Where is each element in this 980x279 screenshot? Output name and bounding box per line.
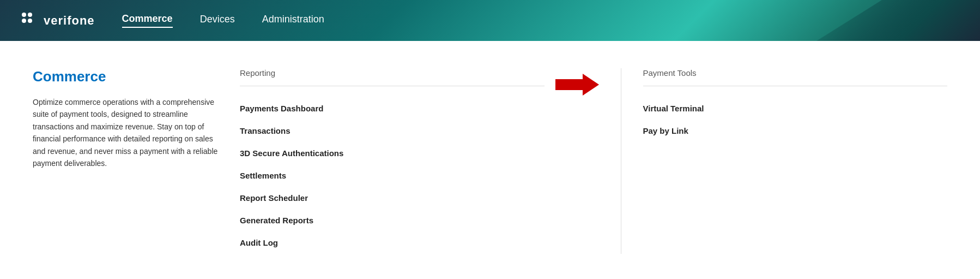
main-nav: Commerce Devices Administration — [122, 13, 324, 28]
menu-item-transactions[interactable]: Transactions — [240, 120, 545, 142]
menu-item-generated-reports[interactable]: Generated Reports — [240, 209, 545, 231]
menu-item-3d-secure[interactable]: 3D Secure Authentications — [240, 142, 545, 164]
logo-dot — [28, 13, 32, 17]
reporting-menu-items: Payments Dashboard Transactions 3D Secur… — [240, 97, 545, 254]
left-panel: Commerce Optimize commerce operations wi… — [33, 68, 240, 254]
payment-tools-menu-items: Virtual Terminal Pay by Link — [643, 97, 948, 142]
logo-dot — [28, 19, 32, 23]
payment-tools-section-label: Payment Tools — [643, 68, 948, 86]
menu-item-audit-log[interactable]: Audit Log — [240, 231, 545, 254]
logo-dot-empty — [34, 25, 38, 29]
nav-item-commerce[interactable]: Commerce — [122, 13, 173, 28]
logo-dot — [22, 13, 26, 17]
logo-text: verifone — [44, 14, 95, 28]
arrow-column — [555, 68, 621, 254]
menu-item-virtual-terminal[interactable]: Virtual Terminal — [643, 97, 948, 120]
red-arrow-icon — [555, 71, 599, 98]
logo-dot-empty — [34, 19, 38, 23]
menu-item-pay-by-link[interactable]: Pay by Link — [643, 120, 948, 142]
main-header: verifone Commerce Devices Administration — [0, 0, 980, 41]
svg-marker-0 — [555, 74, 599, 96]
logo-dot-empty — [28, 25, 32, 29]
reporting-section-label: Reporting — [240, 68, 545, 86]
logo-dot-empty — [34, 13, 38, 17]
logo-dot-empty — [22, 25, 26, 29]
nav-item-devices[interactable]: Devices — [200, 14, 235, 27]
logo-area: verifone — [22, 13, 95, 29]
logo-dots — [22, 13, 38, 29]
commerce-title: Commerce — [33, 68, 218, 85]
menu-item-report-scheduler[interactable]: Report Scheduler — [240, 187, 545, 209]
commerce-description: Optimize commerce operations with a comp… — [33, 96, 218, 169]
reporting-column: Reporting Payments Dashboard Transaction… — [240, 68, 555, 254]
main-content: Commerce Optimize commerce operations wi… — [0, 41, 980, 276]
menu-item-settlements[interactable]: Settlements — [240, 164, 545, 187]
menu-item-payments-dashboard[interactable]: Payments Dashboard — [240, 97, 545, 120]
menu-area: Reporting Payments Dashboard Transaction… — [240, 68, 947, 254]
logo-dot — [22, 19, 26, 23]
nav-item-administration[interactable]: Administration — [262, 14, 324, 27]
payment-tools-column: Payment Tools Virtual Terminal Pay by Li… — [621, 68, 948, 254]
